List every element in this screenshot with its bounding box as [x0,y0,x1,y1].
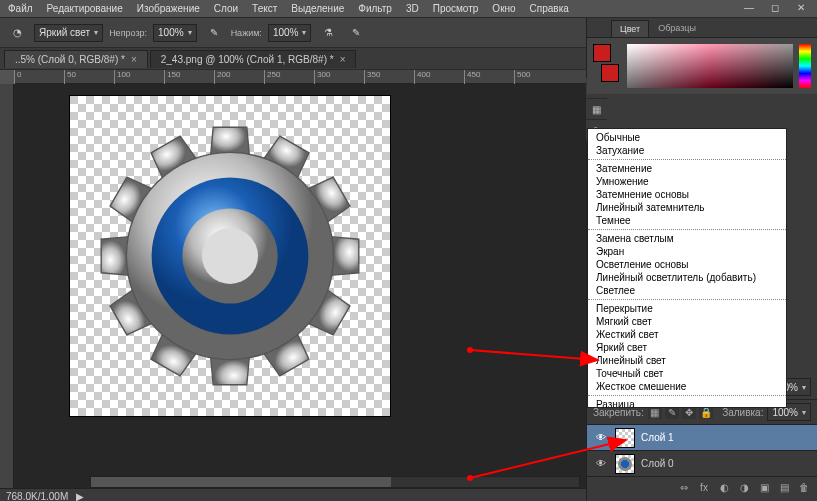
foreground-swatch[interactable] [593,44,611,62]
layer-thumbnail[interactable] [615,454,635,474]
right-panels: ↺ ▦ ✎ Цвет Образцы ОбычныеЗатуханиеЗатем… [586,18,817,501]
menu-layers[interactable]: Слои [214,3,238,14]
opacity-value: 100% [158,27,184,38]
menu-window[interactable]: Окно [492,3,515,14]
document-tab[interactable]: 2_43.png @ 100% (Слой 1, RGB/8#) * × [150,50,357,68]
flow-label: Нажим: [231,28,262,38]
blend-mode-value: Яркий свет [39,27,90,38]
ruler-tick: 200 [214,70,230,84]
visibility-icon[interactable]: 👁 [593,458,609,469]
new-layer-icon[interactable]: ▤ [777,480,791,494]
flow-dropdown[interactable]: 100% ▾ [268,24,312,42]
visibility-icon[interactable]: 👁 [593,432,609,443]
blend-mode-dropdown[interactable]: Яркий свет ▾ [34,24,103,42]
layer-name[interactable]: Слой 1 [641,432,674,443]
blend-mode-item[interactable]: Затемнение основы [588,188,786,201]
blend-mode-item[interactable]: Экран [588,245,786,258]
chevron-down-icon: ▾ [802,408,806,417]
layer-name[interactable]: Слой 0 [641,458,674,469]
swatches-icon[interactable]: ▦ [586,99,607,120]
ruler-tick: 0 [14,70,21,84]
ruler-tick: 500 [514,70,530,84]
tab-color[interactable]: Цвет [611,20,649,37]
blend-mode-item[interactable]: Точечный свет [588,367,786,380]
color-panel [587,38,817,94]
gear-image [90,116,370,396]
blend-mode-item[interactable]: Умножение [588,175,786,188]
ruler-tick: 250 [264,70,280,84]
blend-mode-item[interactable]: Мягкий свет [588,315,786,328]
blend-mode-item[interactable]: Светлее [588,284,786,297]
tool-preset-icon[interactable]: ◔ [6,23,28,43]
ruler-vertical [0,84,14,501]
menu-help[interactable]: Справка [530,3,569,14]
menu-text[interactable]: Текст [252,3,277,14]
menu-filter[interactable]: Фильтр [358,3,392,14]
background-swatch[interactable] [601,64,619,82]
close-icon[interactable]: ✕ [791,0,811,14]
layer-row[interactable]: 👁 Слой 1 [587,425,817,451]
group-icon[interactable]: ▣ [757,480,771,494]
tab-label: 2_43.png @ 100% (Слой 1, RGB/8#) * [161,54,334,65]
pressure-size-icon[interactable]: ✎ [345,23,367,43]
lock-label: Закрепить: [593,407,644,418]
hue-slider[interactable] [799,44,811,88]
menu-view[interactable]: Просмотр [433,3,479,14]
maximize-icon[interactable]: ◻ [765,0,785,14]
mask-icon[interactable]: ◐ [717,480,731,494]
blend-mode-item[interactable]: Перекрытие [588,302,786,315]
blend-mode-item[interactable]: Линейный свет [588,354,786,367]
delete-icon[interactable]: 🗑 [797,480,811,494]
canvas-area[interactable] [14,84,586,489]
fx-icon[interactable]: fx [697,480,711,494]
window-controls: — ◻ ✕ [739,0,811,14]
blend-mode-item[interactable]: Яркий свет [588,341,786,354]
blend-mode-menu[interactable]: ОбычныеЗатуханиеЗатемнениеУмножениеЗатем… [587,128,787,408]
blend-mode-item[interactable]: Замена светлым [588,232,786,245]
blend-mode-item[interactable]: Жесткий свет [588,328,786,341]
status-bar: 768.0K/1.00M ▶ [0,488,586,501]
close-icon[interactable]: × [131,54,137,65]
menu-3d[interactable]: 3D [406,3,419,14]
pressure-opacity-icon[interactable]: ✎ [203,23,225,43]
ruler-tick: 100 [114,70,130,84]
blend-mode-item[interactable]: Разница [588,398,786,408]
blend-mode-item[interactable]: Жесткое смешение [588,380,786,393]
close-icon[interactable]: × [340,54,346,65]
canvas[interactable] [70,96,390,416]
menu-file[interactable]: Файл [8,3,33,14]
scrollbar-horizontal[interactable] [90,476,580,488]
menu-image[interactable]: Изображение [137,3,200,14]
scroll-thumb[interactable] [91,477,391,487]
tab-swatches[interactable]: Образцы [649,19,705,37]
chevron-right-icon[interactable]: ▶ [76,491,84,501]
layer-row[interactable]: 👁 Слой 0 [587,451,817,477]
color-swatches [593,44,621,88]
layer-thumbnail[interactable] [615,428,635,448]
menu-edit[interactable]: Редактирование [47,3,123,14]
layers-footer: ⇔ fx ◐ ◑ ▣ ▤ 🗑 [587,477,817,497]
document-tab[interactable]: ..5% (Слой 0, RGB/8#) * × [4,50,148,68]
adjustment-icon[interactable]: ◑ [737,480,751,494]
blend-mode-item[interactable]: Осветление основы [588,258,786,271]
chevron-down-icon: ▾ [302,28,306,37]
chevron-down-icon: ▾ [802,383,806,392]
blend-mode-item[interactable]: Затемнение [588,162,786,175]
blend-mode-item[interactable]: Затухание [588,144,786,157]
menu-select[interactable]: Выделение [291,3,344,14]
chevron-down-icon: ▾ [94,28,98,37]
blend-mode-item[interactable]: Линейный затемнитель [588,201,786,214]
status-text: 768.0K/1.00M [6,491,68,501]
opacity-dropdown[interactable]: 100% ▾ [153,24,197,42]
minimize-icon[interactable]: — [739,0,759,14]
blend-mode-item[interactable]: Темнее [588,214,786,227]
fill-label: Заливка: [722,407,763,418]
blend-mode-item[interactable]: Линейный осветлитель (добавить) [588,271,786,284]
airbrush-icon[interactable]: ⚗ [317,23,339,43]
link-layers-icon[interactable]: ⇔ [677,480,691,494]
color-field[interactable] [627,44,793,88]
chevron-down-icon: ▾ [188,28,192,37]
flow-value: 100% [273,27,299,38]
blend-mode-item[interactable]: Обычные [588,131,786,144]
ruler-tick: 300 [314,70,330,84]
